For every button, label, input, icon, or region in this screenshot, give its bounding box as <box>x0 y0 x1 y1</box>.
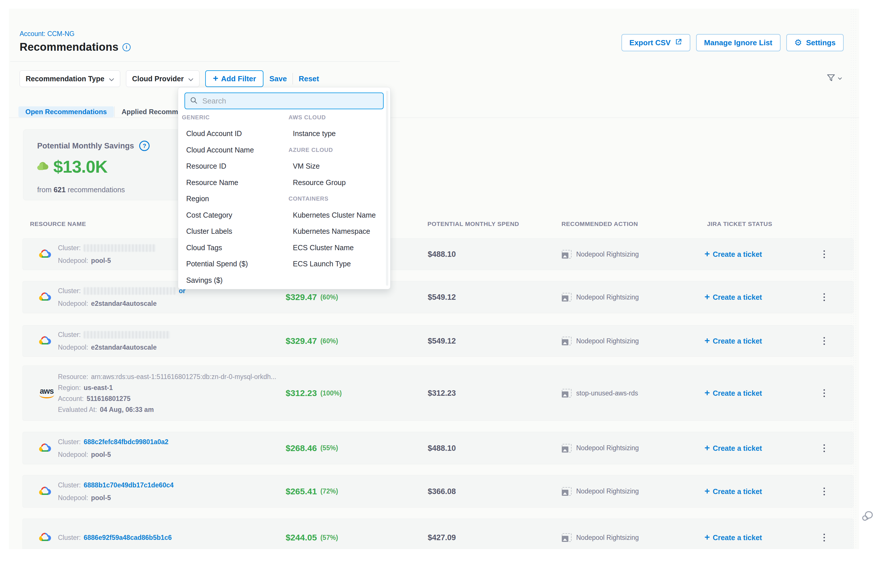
table-row: Cluster:688c2fefc84fbdc99801a0a2Nodepool… <box>22 432 854 464</box>
recommended-action-label: Nodepool Rightsizing <box>576 293 639 301</box>
create-ticket-link[interactable]: +Create a ticket <box>705 292 762 302</box>
chevron-down-icon <box>188 75 194 83</box>
reset-filter-button[interactable]: Reset <box>298 74 319 83</box>
create-ticket-link[interactable]: +Create a ticket <box>705 486 762 496</box>
cluster-link[interactable]: 688c2fefc84fbdc99801a0a2 <box>84 438 168 446</box>
filter-option[interactable]: Cluster Labels <box>182 224 288 240</box>
gcp-cloud-icon <box>38 334 52 347</box>
gcp-cloud-icon <box>38 248 52 261</box>
add-filter-dropdown: GENERICCloud Account IDCloud Account Nam… <box>178 87 390 290</box>
create-ticket-link[interactable]: +Create a ticket <box>705 388 762 398</box>
resource-name-cell: Cluster:688c2fefc84fbdc99801a0a2Nodepool… <box>58 438 168 458</box>
filter-option[interactable]: Cloud Account ID <box>182 126 288 142</box>
create-ticket-label: Create a ticket <box>713 250 762 258</box>
manage-ignore-list-label: Manage Ignore List <box>704 38 772 47</box>
cloud-provider-dropdown[interactable]: Cloud Provider <box>126 70 200 87</box>
row-menu-button[interactable] <box>822 292 826 303</box>
save-filter-button[interactable]: Save <box>269 74 287 83</box>
add-filter-label: Add Filter <box>221 74 256 83</box>
filter-search-input[interactable] <box>202 96 378 106</box>
resource-line: Nodepool:e2standar4autoscale <box>58 300 185 308</box>
filter-panel-toggle[interactable] <box>826 73 842 84</box>
potential-monthly-savings-value: $244.05(57%) <box>286 532 338 543</box>
filter-option[interactable]: Resource Name <box>182 174 288 191</box>
export-csv-button[interactable]: Export CSV <box>621 34 690 51</box>
help-icon[interactable]: ? <box>139 141 150 151</box>
filter-option[interactable]: Cloud Tags <box>182 240 288 256</box>
filter-option[interactable]: ECS Cluster Name <box>288 240 383 256</box>
gcp-cloud-icon <box>38 442 52 454</box>
resource-line: Account:511616801275 <box>58 395 276 403</box>
column-header: POTENTIAL MONTHLY SPEND <box>428 220 519 227</box>
row-menu-button[interactable] <box>822 388 826 399</box>
filter-option[interactable]: Cost Category <box>182 207 288 224</box>
cluster-link[interactable]: 6888b1c70e49db17c1de60c4 <box>84 481 174 489</box>
broken-image-icon <box>562 250 572 258</box>
filter-option[interactable]: Savings ($) <box>182 272 288 288</box>
filter-option[interactable]: Resource Group <box>288 174 383 191</box>
create-ticket-link[interactable]: +Create a ticket <box>705 443 762 453</box>
filter-option[interactable]: Kubernetes Cluster Name <box>288 207 383 224</box>
row-menu-button[interactable] <box>822 532 826 543</box>
plus-icon: + <box>705 291 710 302</box>
info-icon[interactable]: i <box>123 43 130 51</box>
resource-detail-value: e2standar4autoscale <box>91 300 157 308</box>
potential-monthly-spend-value: $488.10 <box>428 250 456 259</box>
settings-button[interactable]: ⚙ Settings <box>786 34 844 51</box>
filter-option[interactable]: Resource ID <box>182 158 288 175</box>
resource-detail-label: Nodepool: <box>58 344 88 351</box>
cluster-link[interactable]: 6886e92f59a48cad86b5b1c6 <box>84 534 172 542</box>
gcp-cloud-icon <box>38 485 52 498</box>
search-icon <box>190 96 198 105</box>
resource-line: Cluster:6886e92f59a48cad86b5b1c6 <box>58 534 172 542</box>
green-cloud-icon <box>36 161 50 172</box>
create-ticket-link[interactable]: +Create a ticket <box>705 336 762 346</box>
tab-open-recommendations[interactable]: Open Recommendations <box>18 106 114 117</box>
filter-dropdown-columns: GENERICCloud Account IDCloud Account Nam… <box>182 109 383 288</box>
redacted-cluster-name <box>84 287 176 295</box>
resource-detail-label: Cluster: <box>58 287 81 295</box>
add-filter-button[interactable]: + Add Filter <box>205 70 264 87</box>
page-edge-dots <box>850 9 857 549</box>
resource-detail-label: Region: <box>58 384 81 392</box>
filter-option[interactable]: Region <box>182 191 288 207</box>
resource-name-cell: Cluster:Nodepool:e2standar4autoscale <box>58 331 170 351</box>
create-ticket-label: Create a ticket <box>713 444 762 452</box>
gcp-cloud-icon <box>38 291 52 303</box>
filter-section-title: GENERIC <box>182 109 288 126</box>
row-menu-button[interactable] <box>822 442 826 454</box>
help-chat-icon[interactable] <box>861 510 873 522</box>
savings-amount: $13.0K <box>53 157 107 177</box>
filter-option[interactable]: Kubernetes Namespace <box>288 224 383 240</box>
resource-line: Region:us-east-1 <box>58 384 276 392</box>
account-breadcrumb-link[interactable]: Account: CCM-NG <box>20 30 74 38</box>
manage-ignore-list-button[interactable]: Manage Ignore List <box>696 34 780 51</box>
broken-image-icon <box>562 487 572 496</box>
create-ticket-link[interactable]: +Create a ticket <box>705 533 762 543</box>
row-menu-button[interactable] <box>822 336 826 347</box>
gear-icon: ⚙ <box>794 38 802 47</box>
dropdown-scrollbar[interactable] <box>386 91 388 286</box>
filter-option[interactable]: ECS Launch Type <box>288 256 383 272</box>
create-ticket-link[interactable]: +Create a ticket <box>705 250 762 259</box>
resource-detail-label: Evaluated At: <box>58 406 97 414</box>
resource-name-cell: Resource:arn:aws:rds:us-east-1:511616801… <box>58 373 276 414</box>
row-menu-button[interactable] <box>822 249 826 260</box>
recommended-action-label: Nodepool Rightsizing <box>576 444 639 452</box>
recommended-action-cell: Nodepool Rightsizing <box>562 293 639 302</box>
filter-option[interactable]: Potential Spend ($) <box>182 256 288 272</box>
recommendation-count: 621 <box>54 186 66 194</box>
table-row: Cluster:Nodepool:pool-5$488.10Nodepool R… <box>22 238 854 270</box>
resource-name-cell: Cluster:orNodepool:e2standar4autoscale <box>58 287 185 308</box>
row-menu-button[interactable] <box>822 486 826 497</box>
resource-detail-label: Nodepool: <box>58 300 88 308</box>
filter-option[interactable]: VM Size <box>288 158 383 175</box>
app-canvas: Account: CCM-NG Recommendations i Export… <box>9 9 859 549</box>
recommendation-type-dropdown[interactable]: Recommendation Type <box>20 70 120 87</box>
filter-option[interactable]: Cloud Account Name <box>182 142 288 158</box>
column-header: RESOURCE NAME <box>30 220 86 227</box>
filter-option[interactable]: Instance type <box>288 126 383 142</box>
resource-line: Cluster: <box>58 331 170 339</box>
resource-detail-label: Nodepool: <box>58 450 88 458</box>
resource-name-cell: Cluster:6886e92f59a48cad86b5b1c6 <box>58 534 172 542</box>
